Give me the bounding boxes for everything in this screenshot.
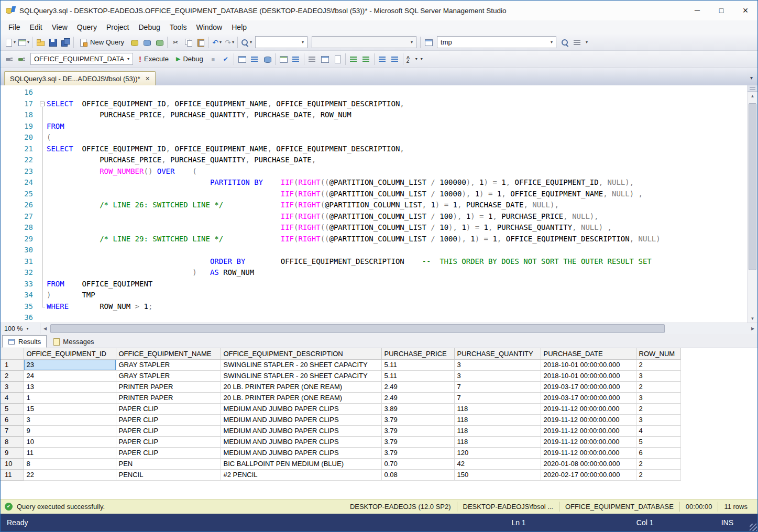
grid-cell[interactable]: 2 bbox=[636, 469, 680, 480]
grid-corner-cell[interactable] bbox=[1, 348, 24, 359]
cut-button[interactable]: ✂ bbox=[169, 36, 182, 49]
grid-cell[interactable]: 118 bbox=[454, 414, 541, 425]
grid-cell[interactable]: 5 bbox=[636, 436, 680, 447]
grid-cell[interactable]: 0.70 bbox=[381, 458, 454, 469]
minimize-button[interactable]: ─ bbox=[685, 1, 709, 20]
maximize-button[interactable]: □ bbox=[709, 1, 733, 20]
code-line[interactable]: 27 IIF(RIGHT((@PARTITION_COLUMN_LIST / 1… bbox=[1, 211, 747, 223]
grid-cell[interactable]: 2018-10-01 00:00:00.000 bbox=[541, 370, 636, 381]
new-query-file-button[interactable]: ▾ bbox=[3, 36, 17, 49]
change-connection-button[interactable] bbox=[16, 53, 28, 65]
menu-project[interactable]: Project bbox=[102, 21, 134, 33]
grid-cell[interactable]: 3 bbox=[454, 370, 541, 381]
row-header[interactable]: 5 bbox=[1, 403, 24, 414]
grid-cell[interactable]: 118 bbox=[454, 425, 541, 436]
active-files-dropdown-icon[interactable]: ▾ bbox=[750, 75, 753, 81]
cancel-query-button[interactable]: ■ bbox=[207, 53, 219, 65]
code-line[interactable]: 16 bbox=[1, 87, 747, 98]
query-options-button[interactable] bbox=[248, 53, 261, 65]
grid-cell[interactable]: 120 bbox=[454, 447, 541, 458]
code-line[interactable]: 17−SELECT OFFICE_EQUIPMENT_ID, OFFICE_EQ… bbox=[1, 98, 747, 110]
fold-collapse-icon[interactable]: − bbox=[38, 98, 47, 110]
new-project-button[interactable]: ▾ bbox=[17, 36, 30, 49]
mdx-query-button[interactable] bbox=[153, 36, 166, 49]
find-next-button[interactable] bbox=[558, 36, 571, 49]
grid-cell[interactable]: 10 bbox=[24, 436, 116, 447]
close-button[interactable]: × bbox=[733, 1, 757, 20]
menu-view[interactable]: View bbox=[47, 21, 72, 33]
toolbar-combo-small[interactable]: ▾ bbox=[255, 36, 307, 48]
grid-cell[interactable]: 3 bbox=[24, 414, 116, 425]
code-line[interactable]: 22 PURCHASE_PRICE, PURCHASE_QUANTITY, PU… bbox=[1, 154, 747, 166]
grid-cell[interactable]: PAPER CLIP bbox=[116, 447, 221, 458]
code-line[interactable]: 21SELECT OFFICE_EQUIPMENT_ID, OFFICE_EQU… bbox=[1, 143, 747, 155]
column-header[interactable]: OFFICE_EQUIPMENT_NAME bbox=[116, 348, 221, 359]
grid-cell[interactable]: 2 bbox=[636, 403, 680, 414]
grid-cell[interactable]: 8 bbox=[24, 458, 116, 469]
grid-cell[interactable]: 3.89 bbox=[381, 403, 454, 414]
grid-cell[interactable]: 3 bbox=[636, 392, 680, 403]
code-line[interactable]: 32 ) AS ROW_NUM bbox=[1, 267, 747, 279]
code-line[interactable]: 18 PURCHASE_PRICE, PURCHASE_QUANTITY, PU… bbox=[1, 109, 747, 121]
parse-button[interactable]: ✔ bbox=[219, 53, 232, 65]
results-to-text-button[interactable] bbox=[306, 53, 318, 65]
comment-button[interactable] bbox=[347, 53, 360, 65]
debug-button[interactable]: ▶Debug bbox=[172, 53, 207, 65]
include-actual-plan-button[interactable] bbox=[277, 53, 290, 65]
grid-cell[interactable]: PAPER CLIP bbox=[116, 436, 221, 447]
save-all-button[interactable] bbox=[59, 36, 72, 49]
grid-cell[interactable]: 1 bbox=[24, 392, 116, 403]
grid-cell[interactable]: 3 bbox=[454, 359, 541, 370]
grid-cell[interactable]: 15 bbox=[24, 403, 116, 414]
intellisense-button[interactable] bbox=[261, 53, 273, 65]
undo-button[interactable]: ↶▾ bbox=[211, 36, 223, 49]
grid-cell[interactable]: 2019-11-12 00:00:00.000 bbox=[541, 403, 636, 414]
row-header[interactable]: 7 bbox=[1, 425, 24, 436]
code-line[interactable]: 33FROM OFFICE_EQUIPMENT bbox=[1, 279, 747, 290]
row-header[interactable]: 8 bbox=[1, 436, 24, 447]
resize-grip[interactable] bbox=[750, 524, 757, 531]
code-line[interactable]: 28 IIF(RIGHT((@PARTITION_COLUMN_LIST / 1… bbox=[1, 222, 747, 234]
code-line[interactable]: 29 /* LINE 29: SWITCHED LINE */ IIF(RIGH… bbox=[1, 234, 747, 245]
tab-close-icon[interactable]: × bbox=[146, 75, 150, 82]
column-header[interactable]: ROW_NUM bbox=[636, 348, 680, 359]
menu-window[interactable]: Window bbox=[191, 21, 227, 33]
code-line[interactable]: 36 bbox=[1, 312, 747, 323]
grid-cell[interactable]: PRINTER PAPER bbox=[116, 392, 221, 403]
grid-cell[interactable]: 5.11 bbox=[381, 370, 454, 381]
grid-cell[interactable]: MEDIUM AND JUMBO PAPER CLIPS bbox=[221, 436, 381, 447]
code-line[interactable]: 25 IIF(RIGHT((@PARTITION_COLUMN_LIST / 1… bbox=[1, 189, 747, 200]
menu-help[interactable]: Help bbox=[227, 21, 251, 33]
toolbar-overflow-button[interactable]: ▾ bbox=[584, 40, 590, 45]
grid-cell[interactable]: 3 bbox=[636, 370, 680, 381]
grid-cell[interactable]: 2019-03-17 00:00:00.000 bbox=[541, 381, 636, 392]
row-header[interactable]: 10 bbox=[1, 458, 24, 469]
code-line[interactable]: 19FROM bbox=[1, 121, 747, 132]
grid-cell[interactable]: PAPER CLIP bbox=[116, 403, 221, 414]
document-tab[interactable]: SQLQuery3.sql - DE...ADEOJS\fbsol (53))*… bbox=[4, 71, 156, 85]
grid-cell[interactable]: MEDIUM AND JUMBO PAPER CLIPS bbox=[221, 425, 381, 436]
column-header[interactable]: OFFICE_EQUIPMENT_ID bbox=[24, 348, 116, 359]
code-line[interactable]: 24 PARTITION BY IIF(RIGHT((@PARTITION_CO… bbox=[1, 177, 747, 189]
code-line[interactable]: 26 /* LINE 26: SWITCHED LINE */ IIF(RIGH… bbox=[1, 199, 747, 211]
grid-cell[interactable]: 3.79 bbox=[381, 414, 454, 425]
grid-cell[interactable]: 2020-01-08 00:00:00.000 bbox=[541, 458, 636, 469]
toolbar-combo-large[interactable]: ▾ bbox=[312, 36, 416, 48]
analysis-services-query-button[interactable] bbox=[140, 36, 153, 49]
find-options-button[interactable] bbox=[571, 36, 584, 49]
grid-cell[interactable]: 24 bbox=[24, 370, 116, 381]
grid-cell[interactable]: SWINGLINE STAPLER - 20 SHEET CAPACITY bbox=[221, 370, 381, 381]
grid-cell[interactable]: 118 bbox=[454, 403, 541, 414]
save-button[interactable] bbox=[47, 36, 59, 49]
grid-cell[interactable]: 3.79 bbox=[381, 436, 454, 447]
grid-cell[interactable]: 150 bbox=[454, 469, 541, 480]
code-line[interactable]: 23 ROW_NUMBER() OVER ( bbox=[1, 166, 747, 178]
available-databases-combo[interactable]: OFFICE_EQUIPMENT_DATAE▾ bbox=[30, 53, 133, 65]
menu-query[interactable]: Query bbox=[72, 21, 102, 33]
grid-cell[interactable]: #2 PENCIL bbox=[221, 469, 381, 480]
horizontal-scroll-track[interactable] bbox=[50, 323, 748, 334]
grid-cell[interactable]: PENCIL bbox=[116, 469, 221, 480]
scroll-left-icon[interactable]: ◀ bbox=[40, 326, 50, 331]
grid-cell[interactable]: 4 bbox=[636, 425, 680, 436]
find-button[interactable]: ▾ bbox=[239, 36, 253, 49]
